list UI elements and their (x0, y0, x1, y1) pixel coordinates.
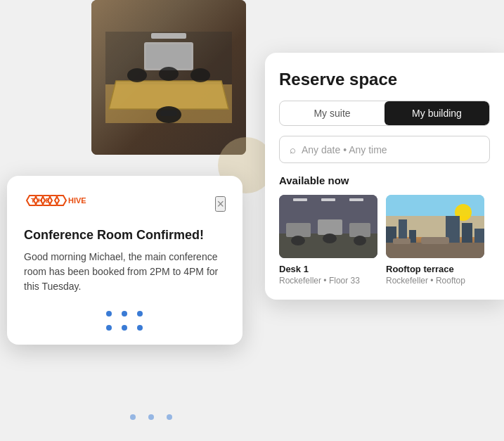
space-card-rooftop[interactable]: Rooftop terrace Rockefeller • Rooftop (386, 195, 484, 286)
tab-group: My suite My building (279, 101, 490, 126)
dot-4 (106, 325, 112, 331)
space-image-rooftop (386, 195, 484, 258)
tab-my-building[interactable]: My building (385, 101, 489, 125)
dot-5 (122, 325, 127, 331)
dot-6 (137, 325, 143, 331)
svg-text:E: E (46, 197, 50, 204)
search-icon: ⌕ (290, 143, 296, 155)
svg-text:H: H (38, 197, 43, 204)
bg-dot-2 (148, 414, 154, 420)
space-name-rooftop: Rooftop terrace (386, 264, 484, 274)
svg-rect-22 (349, 198, 363, 201)
svg-point-8 (159, 67, 179, 81)
search-placeholder: Any date • Any time (302, 144, 387, 155)
space-name-desk: Desk 1 (279, 264, 377, 274)
background-dots (130, 414, 174, 420)
notification-header: T H E HIVE × (24, 193, 226, 215)
bg-dot-1 (130, 414, 136, 420)
svg-rect-14 (286, 223, 311, 237)
search-bar[interactable]: ⌕ Any date • Any time (279, 136, 490, 163)
svg-marker-5 (109, 81, 228, 109)
svg-text:T: T (31, 197, 35, 204)
dot-1 (106, 311, 112, 317)
desk-illustration (279, 195, 377, 258)
svg-text:HIVE: HIVE (68, 196, 86, 205)
svg-rect-15 (318, 219, 342, 235)
svg-rect-32 (386, 243, 484, 258)
dot-2 (122, 311, 127, 317)
space-location-desk: Rockefeller • Floor 33 (279, 276, 377, 286)
svg-rect-33 (393, 238, 411, 244)
svg-marker-43 (55, 196, 66, 205)
reserve-space-panel: Reserve space My suite My building ⌕ Any… (265, 53, 504, 300)
available-label: Available now (279, 174, 490, 186)
svg-rect-21 (321, 198, 335, 201)
bg-dot-3 (167, 414, 172, 420)
svg-point-18 (323, 234, 337, 243)
space-card-desk[interactable]: Desk 1 Rockefeller • Floor 33 (279, 195, 377, 286)
svg-rect-16 (349, 223, 370, 237)
space-location-rooftop: Rockefeller • Rooftop (386, 276, 484, 286)
hive-logo-svg: T H E HIVE (24, 193, 87, 215)
space-image-desk (279, 195, 377, 258)
tab-my-suite[interactable]: My suite (280, 101, 385, 125)
svg-rect-34 (421, 237, 449, 244)
svg-point-19 (354, 236, 366, 245)
hive-logo: T H E HIVE (24, 193, 87, 215)
conference-table-svg (105, 32, 232, 123)
close-button[interactable]: × (215, 196, 226, 212)
spaces-row: Desk 1 Rockefeller • Floor 33 (279, 195, 490, 286)
panel-title: Reserve space (279, 70, 490, 89)
svg-rect-11 (160, 110, 177, 116)
rooftop-illustration (386, 195, 484, 258)
svg-rect-20 (293, 198, 307, 201)
dots-grid (24, 311, 226, 331)
dot-3 (137, 311, 143, 317)
svg-point-17 (291, 236, 305, 245)
svg-point-9 (190, 68, 210, 82)
notification-title: Conference Room Confirmed! (24, 228, 226, 243)
conference-room-image (91, 0, 246, 155)
notification-card: T H E HIVE × Conference Room Confirmed! … (7, 176, 243, 345)
notification-body: Good morning Michael, the main conferenc… (24, 250, 226, 294)
svg-point-7 (127, 68, 147, 82)
